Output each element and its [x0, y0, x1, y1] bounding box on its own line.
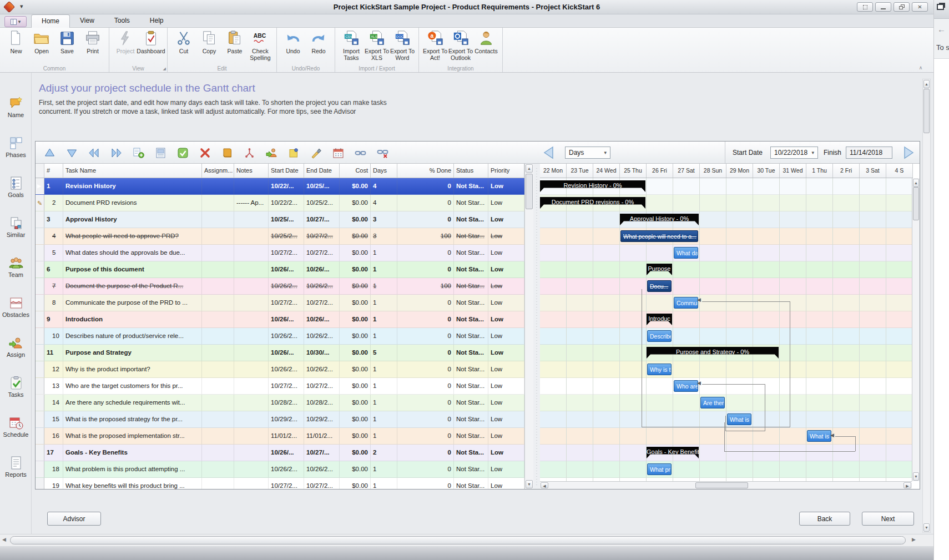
application-menu-button[interactable]: ▾	[4, 16, 27, 27]
scroll-left-button[interactable]: ◀	[541, 482, 548, 488]
cell-#[interactable]: 10	[44, 328, 63, 344]
task-row-6[interactable]: 6Purpose of this document10/26/...10/26/…	[36, 261, 524, 278]
cell-%-done[interactable]: 0	[397, 195, 454, 211]
cell-%-done[interactable]: 0	[397, 328, 454, 344]
cell-%-done[interactable]: 0	[397, 211, 454, 228]
cell-start-date[interactable]: 11/01/2...	[269, 428, 304, 444]
cell-task-name[interactable]: Introduction	[63, 311, 202, 327]
sidebar-item-tasks[interactable]: Tasks	[0, 376, 32, 408]
cell-cost[interactable]: $0.00	[340, 478, 371, 489]
cell-status[interactable]: Not Star...	[454, 195, 488, 211]
cell-notes[interactable]	[234, 245, 269, 261]
column-header-end-date[interactable]: End Date	[304, 164, 340, 178]
sidebar-item-goals[interactable]: Goals	[0, 176, 32, 208]
cell-end-date[interactable]: 10/30/...	[304, 345, 340, 361]
scroll-left-button[interactable]: ◀	[2, 537, 6, 542]
cell-cost[interactable]: $0.00	[340, 411, 371, 427]
cell-end-date[interactable]: 10/25/...	[304, 178, 340, 194]
cell-#[interactable]: 11	[44, 345, 63, 361]
indent-button[interactable]	[109, 145, 123, 160]
task-row-1[interactable]: ▶1Revision History10/22/...10/25/...$0.0…	[36, 178, 524, 195]
scroll-right-button[interactable]: ▶	[903, 482, 911, 488]
sidebar-item-assign[interactable]: Assign	[0, 336, 32, 368]
column-header-priority[interactable]: Priority	[488, 164, 524, 178]
save-button[interactable]: Save	[54, 29, 80, 54]
cell-status[interactable]: Not Star...	[454, 378, 488, 394]
cell-cost[interactable]: $0.00	[340, 378, 371, 394]
project-button[interactable]: Project	[113, 29, 138, 54]
column-header-#[interactable]: #	[44, 164, 63, 178]
content-vertical-scrollbar[interactable]: ▲ ▼	[922, 79, 931, 533]
cell-assignm-[interactable]	[202, 278, 234, 294]
cell-status[interactable]: Not Star...	[454, 395, 488, 411]
cell-notes[interactable]	[234, 261, 269, 278]
cell-task-name[interactable]: What people will need to approve PRD?	[63, 228, 202, 244]
cell-cost[interactable]: $0.00	[340, 345, 371, 361]
cell-#[interactable]: 16	[44, 428, 63, 444]
cell-task-name[interactable]: What problem is this product attempting …	[63, 461, 202, 477]
cell-#[interactable]: 4	[44, 228, 63, 244]
panel-back-arrow-icon[interactable]: ←	[937, 24, 946, 34]
move-down-button[interactable]	[64, 145, 79, 160]
task-row-11[interactable]: 11Purpose and Strategy10/26/...10/30/...…	[36, 345, 524, 361]
cell-task-name[interactable]: Who are the target customers for this pr…	[63, 378, 202, 394]
task-row-12[interactable]: 12Why is the product important?10/26/2..…	[36, 361, 524, 378]
cell-status[interactable]: Not Sta...	[454, 345, 488, 361]
cell-status[interactable]: Not Star...	[454, 428, 488, 444]
open-button[interactable]: Open	[29, 29, 54, 54]
cell-start-date[interactable]: 10/26/...	[269, 345, 304, 361]
cell-days[interactable]: 1	[371, 311, 397, 327]
cell-status[interactable]: Not Star...	[454, 411, 488, 427]
cell-end-date[interactable]: 10/27/2...	[304, 245, 340, 261]
scroll-up-button[interactable]: ▲	[526, 164, 533, 173]
column-header-cost[interactable]: Cost	[340, 164, 371, 178]
cell-cost[interactable]: $0.00	[340, 195, 371, 211]
cell-end-date[interactable]: 10/27/...	[304, 445, 340, 461]
cell-priority[interactable]: Low	[488, 378, 524, 394]
cell-#[interactable]: 7	[44, 278, 63, 294]
split-task-button[interactable]	[242, 145, 256, 160]
cell-start-date[interactable]: 10/25/2...	[269, 228, 304, 244]
sidebar-item-similar[interactable]: Similar	[0, 216, 32, 248]
copy-button[interactable]: Copy	[196, 29, 222, 54]
cell-cost[interactable]: $0.00	[340, 211, 371, 228]
cell-status[interactable]: Not Star...	[454, 245, 488, 261]
cell-task-name[interactable]: Approval History	[63, 211, 202, 228]
cell-status[interactable]: Not Sta...	[454, 261, 488, 278]
cell-notes[interactable]	[234, 411, 269, 427]
cell-start-date[interactable]: 10/27/2...	[269, 478, 304, 489]
task-row-2[interactable]: ✎2Document PRD revisions------ Ap...10/2…	[36, 195, 524, 211]
scroll-up-button[interactable]: ▲	[923, 80, 930, 88]
cell-notes[interactable]	[234, 328, 269, 344]
cell-task-name[interactable]: Describes nature of product/service rele…	[63, 328, 202, 344]
cell-days[interactable]: 1	[371, 428, 397, 444]
cell-task-name[interactable]: Goals - Key Benefits	[63, 445, 202, 461]
cell-start-date[interactable]: 10/29/2...	[269, 411, 304, 427]
back-button[interactable]: Back	[799, 512, 850, 526]
gantt-task-bar-14[interactable]: Are ther	[700, 397, 725, 408]
export-to-outlook-button[interactable]: Export ToOutlook	[448, 29, 473, 61]
print-button[interactable]: Print	[80, 29, 105, 54]
cell-end-date[interactable]: 10/27/2...	[304, 295, 340, 311]
tab-help[interactable]: Help	[140, 14, 174, 28]
cell-days[interactable]: 1	[371, 361, 397, 377]
cell-days[interactable]: 3	[371, 211, 397, 228]
cell-%-done[interactable]: 0	[397, 378, 454, 394]
calendar-button[interactable]	[331, 145, 345, 160]
scrollbar-thumb[interactable]	[913, 187, 919, 220]
tab-tools[interactable]: Tools	[104, 14, 140, 28]
cell-notes[interactable]	[234, 211, 269, 228]
sidebar-item-phases[interactable]: Phases	[0, 136, 32, 168]
cell-cost[interactable]: $0.00	[340, 228, 371, 244]
task-row-15[interactable]: 15What is the proposed strategy for the …	[36, 411, 524, 428]
cell-status[interactable]: Not Star...	[454, 328, 488, 344]
cell-priority[interactable]: Low	[488, 211, 524, 228]
gantt-task-bar-18[interactable]: What pr	[647, 463, 672, 475]
format-brush-button[interactable]	[309, 145, 323, 160]
cell-assignm-[interactable]	[202, 378, 234, 394]
cell-%-done[interactable]: 0	[397, 461, 454, 477]
cell-#[interactable]: 9	[44, 311, 63, 327]
sidebar-item-name[interactable]: Name	[0, 96, 32, 128]
cell-notes[interactable]	[234, 295, 269, 311]
cell-%-done[interactable]: 0	[397, 295, 454, 311]
